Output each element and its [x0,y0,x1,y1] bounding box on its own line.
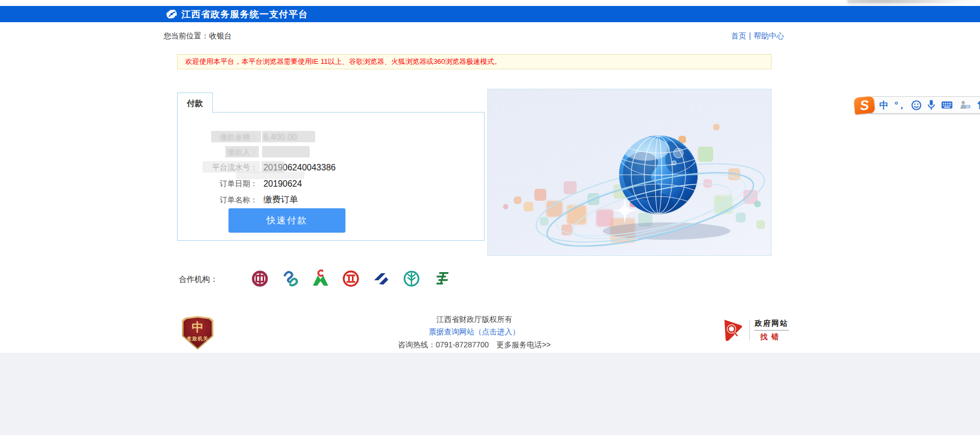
partners-row [245,268,457,289]
field-platform-serial: 平台流水号： 201906240043386 [178,162,484,174]
field-payer: 缴款人： [178,147,484,159]
hotline-row: 咨询热线：0791-87287700更多服务电话>> [177,340,772,350]
toolbox-icon[interactable] [959,100,971,110]
redaction-chip [211,131,261,142]
top-nav: 首页|帮助中心 [731,31,784,41]
soft-keyboard-icon[interactable] [941,101,953,109]
nav-separator: | [749,31,751,40]
window-shadow-artifact [847,0,980,5]
skin-icon[interactable] [977,100,980,110]
chinese-mode-icon[interactable]: 中 [879,101,888,110]
redaction-chip [236,172,304,179]
bottom-gray-strip [0,353,980,435]
tab-payment[interactable]: 付款 [177,93,213,113]
platform-logo-icon [166,8,178,20]
hotline-text: 咨询热线：0791-87287700 [398,340,489,349]
breadcrumb: 您当前位置：收银台 [164,31,232,41]
help-center-link[interactable]: 帮助中心 [754,31,784,40]
redaction-chip [262,131,315,142]
payment-panel: 付款 缴款金额： 6,400.00 缴款人： 平台流水号： 2019062400… [177,112,485,241]
payment-page: 江西省政务服务统一支付平台 您当前位置：收银台 首页|帮助中心 欢迎使用本平台，… [0,0,980,435]
home-link[interactable]: 首页 [731,31,746,40]
globe-illustration-panel [487,89,772,256]
construction-bank-logo[interactable] [366,268,396,289]
ime-toolbar: S 中 °， [854,95,980,115]
field-order-name: 订单名称： 缴费订单 [178,194,484,206]
redaction-chip [225,146,259,157]
postal-savings-bank-logo[interactable] [427,268,457,289]
quick-pay-button[interactable]: 快速付款 [228,208,345,233]
sogou-logo[interactable]: S [854,96,876,114]
more-phones-link[interactable]: 更多服务电话>> [496,340,551,349]
browser-notice-banner: 欢迎使用本平台，本平台浏览器需要使用IE 11以上、谷歌浏览器、火狐浏览器或36… [177,54,772,69]
error-logo-line1: 政府网站 [755,319,788,328]
error-logo-line2: 找错 [761,332,783,342]
rural-credit-cooperative-logo[interactable] [305,268,336,289]
copyright-text: 江西省财政厅版权所有 [177,315,772,325]
page-title: 江西省政务服务统一支付平台 [181,8,308,21]
header-bar: 江西省政务服务统一支付平台 [0,6,980,22]
gov-site-error-report[interactable]: 政府网站 找错 [722,318,789,342]
redaction-chip [262,161,284,173]
field-order-date: 订单日期： 20190624 [178,179,484,190]
redaction-chip [202,161,260,173]
jiangxi-bank-logo[interactable] [275,268,305,289]
error-finder-icon [722,318,745,342]
receipt-query-link[interactable]: 票据查询网站（点击进入） [429,327,520,336]
partners-label: 合作机构： [179,274,218,285]
punctuation-icon[interactable]: °， [894,101,905,110]
microphone-icon[interactable] [927,100,935,110]
field-amount: 缴款金额： 6,400.00 [178,132,484,144]
emoji-icon[interactable] [911,100,922,110]
redaction-chip [262,146,310,157]
icbc-logo[interactable] [336,268,366,289]
globe-illustration [488,89,771,255]
bank-of-china-logo[interactable] [245,268,275,289]
agricultural-bank-logo[interactable] [396,268,427,289]
